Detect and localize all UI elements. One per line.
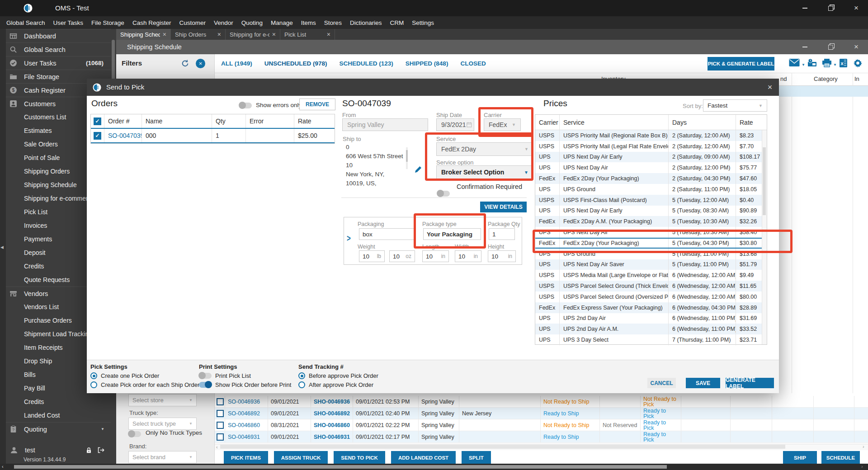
scroll-left-icon[interactable]: ‹ xyxy=(216,444,218,450)
height-field[interactable]: 10in xyxy=(488,250,516,262)
price-row[interactable]: USPSUSPS Parcel Select Ground (Oversized… xyxy=(535,291,767,302)
truck-type-select[interactable]: Select truck type▼ xyxy=(128,418,197,430)
email-caret-icon[interactable]: ▼ xyxy=(802,63,805,67)
add-landed-cost-button[interactable]: ADD LANDED COST xyxy=(391,451,456,464)
schedule-button[interactable]: SCHEDULE xyxy=(821,451,860,464)
price-row[interactable]: UPSUPS Next Day Air Early2 (Saturday, 09… xyxy=(535,152,767,163)
shipment-row[interactable]: SO-004686008/31/2021SHO-004686009/01/202… xyxy=(215,419,868,431)
menu-items[interactable]: Items xyxy=(297,19,320,26)
close-tab-icon[interactable]: × xyxy=(269,31,276,38)
remove-button[interactable]: REMOVE xyxy=(299,99,335,110)
price-row[interactable]: UPSUPS Next Day Air Saver5 (Tuesday, 11:… xyxy=(535,259,767,270)
generate-label-button[interactable]: GENERATE LABEL xyxy=(726,378,774,388)
excel-export-icon[interactable]: x xyxy=(839,58,848,68)
select-all-checkbox[interactable]: ✓ xyxy=(94,118,101,125)
sidebar-item-user-tasks[interactable]: User Tasks(1068) xyxy=(6,56,111,70)
row-checkbox[interactable] xyxy=(217,410,224,417)
menu-manage[interactable]: Manage xyxy=(267,19,297,26)
menu-stores[interactable]: Stores xyxy=(320,19,346,26)
price-row[interactable]: UPSUPS 2nd Day Air A.M.6 (Wednesday, 11:… xyxy=(535,324,767,334)
subwindow-minimize-button[interactable] xyxy=(797,40,812,54)
logout-icon[interactable] xyxy=(97,446,104,454)
store-select[interactable]: Select store▼ xyxy=(128,394,197,406)
ship-button[interactable]: SHIP xyxy=(783,451,817,464)
price-row[interactable]: UPSUPS 2nd Day Air6 (Wednesday, 11:00 PM… xyxy=(535,313,767,324)
price-row[interactable]: USPSUSPS First-Class Mail (Postcard)5 (T… xyxy=(535,195,767,206)
prices-scrollbar-thumb[interactable] xyxy=(763,147,766,215)
sort-by-select[interactable]: Fastest ▼ xyxy=(703,99,767,112)
price-row[interactable]: FedExFedEx 2Day (Your Packaging)2 (Satur… xyxy=(535,173,767,184)
close-button[interactable]: × xyxy=(849,0,864,16)
confirmation-required-toggle[interactable] xyxy=(437,191,450,197)
sidebar-collapse-strip[interactable]: ◀ xyxy=(0,29,6,464)
row-checkbox[interactable] xyxy=(217,422,224,429)
brand-select[interactable]: Select brand▼ xyxy=(128,451,197,463)
pick-generate-label-button[interactable]: PICK & GENERATE LABEL xyxy=(708,57,774,70)
toggle-icon[interactable] xyxy=(199,382,212,388)
only-no-truck-toggle[interactable] xyxy=(128,431,141,437)
save-button[interactable]: SAVE xyxy=(686,378,720,388)
price-row[interactable]: UPSUPS 3 Day Select7 (Thursday, 11:00 PM… xyxy=(535,334,767,345)
sale-order-link[interactable]: SO-0046936 xyxy=(225,396,268,407)
tab-pick-list[interactable]: Pick List× xyxy=(280,29,335,40)
price-row[interactable]: UPSUPS Next Day Air5 (Tuesday, 10:30 AM)… xyxy=(535,227,767,238)
sidebar-item-landed-cost[interactable]: Landed Cost xyxy=(6,409,111,422)
expand-chevron-icon[interactable]: > xyxy=(347,233,351,243)
radio-option-before-approve-pick-order[interactable]: Before approve Pick Order xyxy=(298,372,378,379)
shipment-row[interactable]: SO-004693109/01/2021SHO-004693109/01/202… xyxy=(215,431,868,443)
subwindow-restore-button[interactable] xyxy=(823,40,838,54)
shipment-row[interactable]: SO-004689209/01/2021SHO-004689209/01/202… xyxy=(215,408,868,419)
shipping-order-link[interactable]: SHO-0046860 xyxy=(311,419,353,431)
price-row[interactable]: FedExFedEx 2Day A.M. (Your Packaging)5 (… xyxy=(535,216,767,227)
gear-icon[interactable] xyxy=(853,58,863,68)
radio-icon[interactable] xyxy=(90,372,97,379)
label-printer-icon[interactable] xyxy=(807,58,817,68)
shipping-order-link[interactable]: SHO-0046931 xyxy=(311,431,353,442)
carrier-select[interactable]: FedEx ▼ xyxy=(484,118,521,131)
window-hscrollbar[interactable]: ‹ › xyxy=(0,464,868,470)
menu-cash-register[interactable]: Cash Register xyxy=(128,19,175,26)
edit-address-pencil-icon[interactable] xyxy=(414,165,422,174)
close-tab-icon[interactable]: × xyxy=(215,31,221,38)
menu-quoting[interactable]: Quoting xyxy=(237,19,267,26)
assign-truck-button[interactable]: ASSIGN TRUCK xyxy=(274,451,328,464)
tab-shipping-for-e-com[interactable]: Shipping for e-com...× xyxy=(226,29,280,40)
refresh-icon[interactable] xyxy=(181,59,189,68)
close-tab-icon[interactable]: × xyxy=(160,31,166,38)
menu-settings[interactable]: Settings xyxy=(408,19,438,26)
sale-order-link[interactable]: SO-0046860 xyxy=(225,419,268,431)
clear-filters-icon[interactable]: × xyxy=(196,59,205,68)
radio-option-create-one-pick-order[interactable]: Create one Pick Order xyxy=(90,372,199,379)
menu-user-tasks[interactable]: User Tasks xyxy=(49,19,88,26)
window-hscrollbar-thumb[interactable] xyxy=(14,465,667,469)
lock-icon[interactable] xyxy=(85,447,92,454)
prices-scrollbar[interactable] xyxy=(762,130,767,344)
price-row[interactable]: UPSUPS Next Day Air2 (Saturday, 12:00 PM… xyxy=(535,162,767,173)
close-tab-icon[interactable]: × xyxy=(324,31,330,38)
menu-dictionaries[interactable]: Dictionaries xyxy=(346,19,386,26)
price-row[interactable]: UPSUPS Ground5 (Tuesday, 11:00 PM)$13.68 xyxy=(535,249,767,259)
sidebar-item-dashboard[interactable]: Dashboard xyxy=(6,29,111,42)
calendar-icon[interactable] xyxy=(466,122,472,128)
split-button[interactable]: SPLIT xyxy=(462,451,491,464)
width-field[interactable]: 10in xyxy=(455,250,481,262)
service-select[interactable]: FedEx 2Day ▼ xyxy=(436,142,533,156)
price-row[interactable]: FedExFedEx Express Saver (Your Packaging… xyxy=(535,302,767,313)
sidebar-item-global-search[interactable]: Global Search xyxy=(6,42,111,56)
price-row[interactable]: USPSUSPS Media Mail (Large Envelope or F… xyxy=(535,270,767,281)
package-type-field[interactable]: Your Packaging xyxy=(423,228,481,240)
row-checkbox[interactable]: ✓ xyxy=(94,132,101,140)
send-to-pick-button[interactable]: SEND TO PICK xyxy=(334,451,385,464)
table-hscrollbar-thumb[interactable] xyxy=(220,445,785,449)
status-tab-all-1949[interactable]: ALL (1949) xyxy=(221,60,252,67)
sale-order-link[interactable]: SO-0046892 xyxy=(225,408,268,419)
order-row[interactable]: ✓SO-00470390001$25.00 xyxy=(91,129,335,143)
status-tab-scheduled-123[interactable]: SCHEDULED (123) xyxy=(340,60,393,67)
printer-icon[interactable] xyxy=(822,58,832,68)
status-tab-closed[interactable]: CLOSED xyxy=(460,60,486,67)
weight-lb-field[interactable]: 10lb xyxy=(359,250,385,262)
pick-items-button[interactable]: PICK ITEMS xyxy=(224,451,268,464)
row-checkbox[interactable] xyxy=(217,433,224,441)
weight-oz-field[interactable]: 10oz xyxy=(389,250,415,262)
radio-option-after-approve-pick-order[interactable]: After approve Pick Order xyxy=(298,381,378,388)
